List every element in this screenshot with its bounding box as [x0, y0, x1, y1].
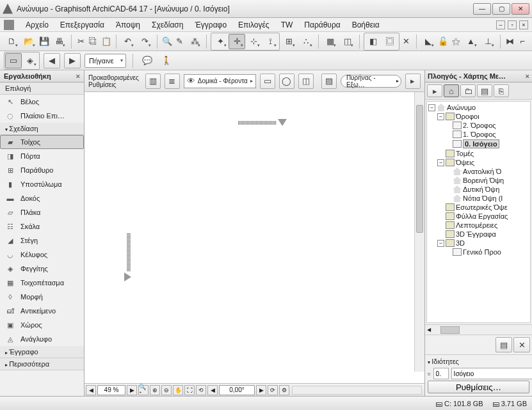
props-name-input[interactable] — [451, 368, 532, 379]
nav-delete-button[interactable]: ✕ — [513, 337, 530, 352]
tree-3d[interactable]: −3D — [427, 239, 530, 248]
navigator-tree[interactable]: −Ανώνυμο −Όροφοι 2. Όροφος 1. Όροφος 0. … — [426, 101, 531, 323]
maximize-button[interactable]: ▢ — [492, 3, 510, 15]
wand-button[interactable]: ⚝ — [450, 34, 462, 49]
redo-button[interactable]: ↷ — [137, 34, 153, 49]
menu-design[interactable]: Σχεδίαση — [147, 19, 188, 31]
vertical-scrollbar[interactable] — [414, 92, 424, 372]
nav-back-button[interactable]: ◀ — [44, 53, 60, 68]
tool-zone[interactable]: ▣Χώρος — [0, 318, 84, 332]
tree-elev-s[interactable]: Νότια Όψη (Ι — [427, 194, 530, 203]
vscroll-thumb[interactable] — [416, 105, 423, 233]
nav-tab-project[interactable]: ⌂ — [444, 84, 459, 97]
close-tool-button[interactable]: ✕ — [401, 34, 412, 49]
geometry1-button[interactable]: ▭ — [260, 74, 275, 89]
nav-tab-view[interactable]: 🗀 — [460, 84, 476, 97]
tree-hscroll-thumb[interactable] — [440, 326, 460, 334]
props-header[interactable]: Ιδιότητες — [428, 356, 529, 367]
tree-sections[interactable]: Τομές — [427, 149, 530, 158]
nav-tab-layout[interactable]: ▤ — [477, 84, 492, 97]
trace2-button[interactable]: ⿴ — [382, 34, 398, 49]
tree-elev-n[interactable]: Βορεινή Όψη — [427, 176, 530, 185]
suspend-button[interactable]: ▦ — [323, 34, 339, 49]
tool-wall[interactable]: ▰Τοίχος — [0, 135, 84, 149]
toolbox-section-document[interactable]: Έγγραφο — [0, 346, 84, 358]
snap4-button[interactable]: ⟟ — [262, 34, 278, 49]
minimize-button[interactable]: — — [473, 3, 491, 15]
find-button[interactable]: 🔍 — [161, 34, 173, 49]
tool-slab[interactable]: ▱Πλάκα — [0, 205, 84, 219]
axis-button[interactable]: ⊥ — [480, 34, 496, 49]
save-button[interactable]: 💾 — [38, 34, 50, 49]
tool-morph[interactable]: ◊Μορφή — [0, 290, 84, 304]
tree-floor1[interactable]: 1. Όροφος — [427, 130, 530, 139]
walk-button[interactable]: 🚶 — [159, 53, 174, 68]
grid-snap-button[interactable]: ⊞ — [281, 34, 297, 49]
zoom-prev-button[interactable]: ⟲ — [196, 385, 206, 395]
tree-worksheets[interactable]: Φύλλα Εργασίας — [427, 212, 530, 221]
nav-fwd-button[interactable]: ▶ — [64, 53, 81, 68]
d3-button[interactable]: ▲ — [463, 34, 479, 49]
angle-right-button[interactable]: ▶ — [256, 385, 266, 395]
tree-floor0[interactable]: 0. Ισόγειο — [427, 139, 530, 149]
menu-tw[interactable]: TW — [276, 19, 298, 31]
options-button[interactable]: ⚙ — [279, 385, 289, 395]
toolbox-section-more[interactable]: Περισσότερα — [0, 358, 84, 370]
pan-button[interactable]: ✋ — [173, 385, 183, 395]
snap1-button[interactable]: ✦ — [212, 34, 229, 49]
menu-options[interactable]: Επιλογές — [233, 19, 275, 31]
tree-docs3d[interactable]: 3D Έγγραφα — [427, 230, 530, 239]
menu-windows[interactable]: Παράθυρα — [299, 19, 345, 31]
toolbox-section-design[interactable]: Σχεδίαση — [0, 123, 84, 135]
core-combo[interactable]: Πυρήνας - Εξω… — [341, 75, 401, 88]
orient-button[interactable]: ⟳ — [268, 385, 278, 395]
measure-button[interactable]: ◣ — [421, 34, 437, 49]
mdi-restore-button[interactable]: ▫ — [508, 20, 517, 29]
nav-tab-publisher[interactable]: ⎘ — [494, 84, 509, 97]
more-info-button[interactable]: ▸ — [405, 74, 421, 89]
chat-button[interactable]: 💬 — [140, 53, 155, 68]
tool-beam[interactable]: ▬Δοκός — [0, 191, 84, 205]
tool-curtainwall[interactable]: ▦Τοιχοπέτασμα — [0, 276, 84, 290]
tree-interior[interactable]: Εσωτερικές Όψε — [427, 203, 530, 212]
props-index-input[interactable] — [433, 368, 449, 379]
snap2-button[interactable]: ✛ — [229, 34, 245, 49]
menu-view[interactable]: Άποψη — [111, 19, 145, 31]
wall-segment-h[interactable] — [238, 121, 277, 125]
zoom-options-button[interactable]: 🔍⁺ — [138, 385, 149, 395]
angle-left-button[interactable]: ◀ — [207, 385, 218, 395]
tree-3d-generic[interactable]: Γενικό Προο — [427, 248, 530, 256]
navigator-close-button[interactable]: × — [526, 72, 529, 80]
hatch-button[interactable]: ▨ — [321, 74, 337, 89]
snap-points-button[interactable]: ∴ — [298, 34, 314, 49]
pick-button[interactable]: ✎ — [174, 34, 186, 49]
eyedropper-button[interactable]: ⁂ — [187, 34, 203, 49]
toolbox-close-button[interactable]: × — [76, 72, 80, 80]
angle-value[interactable]: 0,00° — [219, 385, 255, 395]
tool-door[interactable]: ◨Πόρτα — [0, 149, 84, 163]
menu-help[interactable]: Βοήθεια — [347, 19, 385, 31]
copy-button[interactable]: ⿻ — [88, 34, 99, 49]
tool-roof[interactable]: ◢Στέγη — [0, 233, 84, 248]
tool-marquee[interactable]: ◌Πλαίσιο Επι… — [0, 109, 84, 123]
tree-root[interactable]: −Ανώνυμο — [427, 103, 530, 112]
drawing-canvas[interactable] — [85, 92, 424, 383]
fit-button[interactable]: ⛶ — [184, 385, 195, 395]
settings-button[interactable]: Ρυθμίσεις… — [428, 381, 529, 393]
zoom-value[interactable]: 49 % — [97, 385, 125, 395]
trace-button[interactable]: ◧ — [365, 34, 382, 49]
undo-button[interactable]: ↶ — [120, 34, 136, 49]
zoom-out-button[interactable]: ⊖ — [161, 385, 172, 395]
toolbox-section-selection[interactable]: Επιλογή — [0, 83, 84, 95]
zoom-in-button[interactable]: ⊕ — [150, 385, 160, 395]
mdi-minimize-button[interactable]: – — [496, 20, 505, 29]
new-button[interactable]: 🗋 — [4, 34, 20, 49]
tree-elev-e[interactable]: Ανατολική Ό — [427, 167, 530, 176]
tool-window[interactable]: ⊞Παράθυρο — [0, 163, 84, 177]
paste-button[interactable]: 📋 — [101, 34, 112, 49]
group-button[interactable]: ◫ — [339, 34, 355, 49]
open-button[interactable]: 📂 — [21, 34, 37, 49]
presets-button[interactable]: ▥ — [145, 74, 161, 89]
tree-details[interactable]: Λεπτομέρειες — [427, 221, 530, 230]
scroll-right-button[interactable]: ▶ — [127, 385, 137, 395]
